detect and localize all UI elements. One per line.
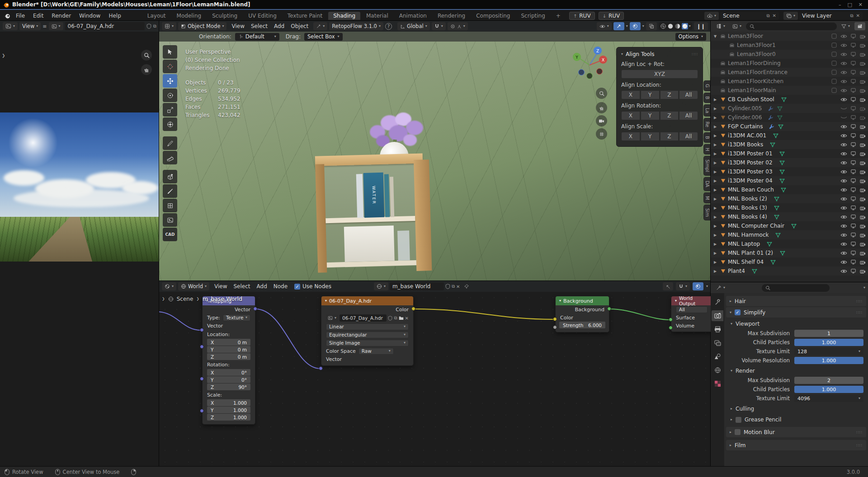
editor-type-button[interactable]: ▾: [162, 282, 176, 290]
image-view-menu[interactable]: View▾: [19, 22, 41, 30]
outliner-row[interactable]: ▶MNL Laptop: [711, 239, 868, 248]
expand-icon[interactable]: ▶: [712, 242, 718, 246]
properties-tab-output[interactable]: [712, 324, 723, 335]
outliner-row[interactable]: ▶Plant4: [711, 267, 868, 276]
viewport-disable-icon[interactable]: [849, 250, 857, 256]
hide-eye-icon[interactable]: [840, 150, 847, 157]
new-collection-button[interactable]: [854, 22, 865, 30]
viewport-disable-icon[interactable]: [849, 96, 857, 103]
move-tool-button[interactable]: [163, 74, 177, 88]
render-disable-icon[interactable]: [859, 96, 866, 103]
expand-icon[interactable]: ▶: [712, 152, 718, 156]
mapping-location-socket[interactable]: [200, 345, 204, 349]
node-nav-icon[interactable]: [663, 282, 673, 290]
viewport-camera-icon[interactable]: [596, 115, 607, 126]
scene-selector[interactable]: Scene ⧉✕: [720, 12, 779, 20]
add-workspace-button[interactable]: +: [551, 12, 566, 20]
image-tool-button[interactable]: [163, 213, 177, 227]
retopoflow-help-icon[interactable]: ?: [385, 23, 392, 30]
render-disable-icon[interactable]: [859, 178, 866, 184]
new-scene-icon[interactable]: ⧉: [766, 13, 769, 19]
expand-icon[interactable]: ▶: [712, 269, 718, 273]
hide-eye-icon[interactable]: [840, 132, 847, 139]
render-disable-icon[interactable]: [859, 60, 866, 66]
breadcrumb-toggle-arrow[interactable]: ❯: [162, 297, 165, 301]
exclude-checkbox[interactable]: [830, 78, 838, 84]
hide-eye-icon[interactable]: [840, 205, 847, 211]
viewport-disable-icon[interactable]: [849, 51, 857, 57]
shading-rendered-button[interactable]: [682, 23, 688, 29]
culling-subpanel-header[interactable]: ▸Culling: [724, 404, 868, 413]
node-menu-node[interactable]: Node: [270, 283, 291, 290]
outliner-row[interactable]: ▶MNL Computer Chair: [711, 221, 868, 230]
overlays-toggle[interactable]: [693, 282, 703, 290]
cad-tool-button[interactable]: CAD: [163, 228, 177, 241]
render-disable-icon[interactable]: [859, 78, 866, 84]
render-disable-icon[interactable]: [859, 259, 866, 265]
copy-image-icon[interactable]: ⧉: [394, 315, 397, 321]
mapping-scale-z-field[interactable]: Z1.000: [207, 414, 250, 421]
hide-eye-icon[interactable]: [840, 96, 847, 103]
texture-color-output-socket[interactable]: [411, 307, 415, 311]
mapping-vector-input-socket[interactable]: [200, 328, 204, 332]
render-disable-icon[interactable]: [859, 123, 866, 130]
viewport-disable-icon[interactable]: [849, 259, 857, 265]
expand-icon[interactable]: ▶: [712, 116, 718, 120]
node-menu-add[interactable]: Add: [254, 283, 270, 290]
exclude-checkbox[interactable]: [830, 51, 838, 57]
outliner-row[interactable]: ▶MNL Shelf 04: [711, 257, 868, 267]
orientation-dropdown[interactable]: Default▾: [235, 33, 279, 41]
hide-eye-icon[interactable]: [840, 60, 847, 66]
sidebar-tab-2[interactable]: La: [703, 104, 711, 117]
output-target-dropdown[interactable]: All: [676, 306, 708, 313]
workspace-tab-material[interactable]: Material: [361, 12, 393, 20]
expand-icon[interactable]: ▶: [712, 206, 718, 210]
align-all-button[interactable]: All: [679, 90, 698, 99]
outliner-row[interactable]: ▶i13DM Poster 04: [711, 176, 868, 185]
expand-icon[interactable]: ▶: [712, 224, 718, 228]
workspace-tab-shading[interactable]: Shading: [328, 12, 360, 20]
grease-pencil-checkbox[interactable]: [736, 417, 741, 423]
scale-tool-button[interactable]: [163, 103, 177, 117]
grease-pencil-subpanel-header[interactable]: ▸Grease Pencil: [724, 415, 868, 424]
viewport-disable-icon[interactable]: [849, 42, 857, 48]
expand-icon[interactable]: ▼: [712, 34, 718, 38]
properties-tab-texture[interactable]: [712, 378, 723, 389]
menu-help[interactable]: Help: [104, 12, 125, 20]
unlink-image-icon[interactable]: ✕: [405, 316, 409, 321]
unlink-datablock-icon[interactable]: ✕: [456, 284, 460, 289]
hide-eye-icon[interactable]: [840, 259, 847, 265]
pan-hand-icon[interactable]: [141, 64, 152, 75]
fake-user-shield-icon[interactable]: [146, 23, 151, 29]
viewport-disable-icon[interactable]: [849, 168, 857, 175]
viewport-disable-icon[interactable]: [849, 268, 857, 274]
render-disable-icon[interactable]: [859, 87, 866, 94]
node-menu-select[interactable]: Select: [230, 283, 253, 290]
output-volume-socket[interactable]: [669, 326, 673, 330]
zoom-gizmo-icon[interactable]: [141, 50, 152, 61]
outliner-search-input[interactable]: [746, 23, 837, 30]
hide-eye-icon[interactable]: [840, 141, 847, 148]
editor-type-button[interactable]: ▾: [713, 22, 728, 30]
blender-app-icon[interactable]: [4, 13, 11, 19]
environment-texture-node[interactable]: ▾06-07_Day_A.hdr Color ▾ 06-07_Day_A.hdr…: [321, 296, 414, 366]
navigation-axis-gizmo[interactable]: Z Y X: [570, 44, 609, 84]
outliner-row[interactable]: ▶MNL Hammock: [711, 230, 868, 239]
new-view-layer-icon[interactable]: ⧉: [850, 13, 853, 19]
world-datablock-name[interactable]: m_base World: [390, 282, 444, 290]
mapping-rotation-z-field[interactable]: Z90°: [207, 383, 250, 390]
hide-eye-icon[interactable]: [840, 178, 847, 184]
render-disable-icon[interactable]: [859, 141, 866, 148]
hide-eye-icon[interactable]: [840, 250, 847, 256]
fake-user-shield-icon[interactable]: [445, 284, 450, 289]
align-x-button[interactable]: X: [621, 90, 640, 99]
render-disable-icon[interactable]: [859, 214, 866, 220]
retopoflow-dropdown[interactable]: RetopoFlow 3.1.0▾: [329, 22, 383, 30]
hide-eye-icon[interactable]: [840, 42, 847, 48]
sidebar-tab-8[interactable]: M: [703, 192, 711, 204]
outliner-row[interactable]: ▶MNL Bean Couch: [711, 185, 868, 194]
outliner-row[interactable]: Leman1FloorDining: [711, 59, 868, 68]
editor-type-button[interactable]: ▾: [3, 22, 18, 30]
ruv-import-button[interactable]: ↓RUV: [599, 12, 624, 20]
mapping-vector-output-socket[interactable]: [253, 307, 257, 311]
